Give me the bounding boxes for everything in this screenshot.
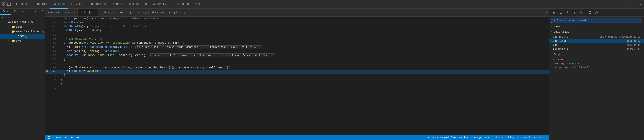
info-icon: i: [554, 19, 555, 22]
tab-performance[interactable]: Performance: [86, 0, 110, 9]
format-btn[interactable]: ⇄: [543, 9, 549, 17]
code-line-67: 67: [45, 61, 549, 65]
code-line-59: 59 callHook(vm, 'created'): [45, 29, 549, 33]
code-line-64: 64 mark(endTag) endTag = undefined: [45, 49, 549, 53]
status-bar: {} Line 69, Column 10 (source mapped fro…: [45, 135, 549, 140]
tree-item-top[interactable]: ▾ top: [0, 15, 45, 20]
tree-arrow-localhost: ▾: [4, 20, 8, 24]
main-layout: Page Filesystem » ⋮ ▾ top ▾ 🖧 localhost:…: [0, 9, 644, 140]
call-stack-header[interactable]: Call Stack: [550, 29, 644, 34]
watch-section: Watch: [550, 24, 644, 29]
filesystem-tab[interactable]: Filesystem: [11, 9, 32, 15]
code-line-61: 61 /* istanbul ignore if */: [45, 37, 549, 41]
tab-lighthouse[interactable]: Lighthouse: [169, 0, 192, 9]
folder-icon-dist: 📁: [12, 25, 15, 29]
tree-arrow-src: ▸: [8, 39, 12, 43]
scope-arrow: [551, 53, 552, 56]
source-tab-4[interactable]: index.js: [117, 9, 136, 17]
tree-arrow-examples: ▾: [8, 30, 12, 33]
tab-sources[interactable]: Sources: [50, 0, 68, 9]
code-line-60: 60: [45, 33, 549, 37]
tree-item-dist[interactable]: ▸ 📁 dist: [0, 25, 45, 29]
call-stack-item-2[interactable]: Vue index.js:14: [550, 43, 644, 47]
source-tab-3[interactable]: index.js: [98, 9, 117, 17]
top-nav: Elements Console Sources Network Perform…: [0, 0, 644, 9]
call-stack-item-1[interactable]: Vue._init init.js:69: [550, 39, 644, 43]
call-stack-section: Call Stack Vue.$mount entry-runtime-w…co…: [550, 29, 644, 52]
close-tab-init[interactable]: ✕: [93, 11, 95, 14]
code-line-68: 68 if (vm.$options.el) { vm = Vue {_uid:…: [45, 65, 549, 69]
nav-right-icons: ⚙ ⋮ ✕: [626, 2, 643, 7]
scope-local: Local endTag : undefined ▸ options : {el…: [550, 57, 644, 70]
tree-item-localhost[interactable]: ▾ 🖧 localhost:5000: [0, 20, 45, 25]
devtools-icon[interactable]: [1, 2, 6, 7]
filetree-menu-btn[interactable]: ⋮: [38, 9, 45, 15]
step-btn[interactable]: [578, 10, 584, 15]
code-line-70: 70 }: [45, 74, 549, 78]
more-tabs-btn[interactable]: »: [32, 9, 38, 15]
pause-exceptions-btn[interactable]: [594, 10, 600, 15]
scope-header[interactable]: Scope: [550, 52, 644, 57]
right-panel: ▶: [549, 9, 644, 140]
svg-rect-0: [2, 3, 4, 4]
code-line-66: 66 }: [45, 57, 549, 61]
code-line-56: 56 initInjections(vm) // resolve injecti…: [45, 17, 549, 21]
file-tree-tabs: Page Filesystem » ⋮: [0, 9, 45, 15]
tree-item-src[interactable]: ▸ 📁 src: [0, 38, 45, 43]
svg-line-12: [589, 12, 591, 13]
deactivate-breakpoints-btn[interactable]: [587, 10, 593, 15]
svg-rect-1: [4, 3, 5, 4]
url-info: https://blog.csdn.net/hhb5/7486722: [496, 136, 547, 139]
source-tabs: (index) vue.js init.js ✕ index.js index.…: [45, 9, 549, 17]
svg-point-15: [596, 13, 597, 14]
code-line-58: 58 initProvide(vm) // resolve provide af…: [45, 25, 549, 29]
step-over-btn[interactable]: [558, 10, 564, 15]
settings-icon[interactable]: ⚙: [626, 2, 631, 7]
tab-application[interactable]: Application: [126, 0, 150, 9]
call-stack-item-3[interactable]: (anonymous) (index):15: [550, 47, 644, 51]
scope-local-label: Local: [550, 58, 644, 62]
tree-arrow-dist: ▸: [8, 25, 12, 29]
source-tab-0[interactable]: (index): [45, 9, 62, 17]
code-editor[interactable]: 56 initInjections(vm) // resolve injecti…: [45, 17, 549, 135]
call-stack-items: Vue.$mount entry-runtime-w…compiler.js:2…: [550, 34, 644, 52]
source-tab-1[interactable]: vue.js: [62, 9, 78, 17]
nav-icons: [1, 2, 11, 7]
tab-security[interactable]: Security: [150, 0, 170, 9]
svg-rect-2: [2, 5, 4, 6]
code-line-69: 69 vm.$mount(vm.$options.el): [45, 69, 549, 74]
tab-console[interactable]: Console: [32, 0, 50, 9]
scope-item-1[interactable]: ▸ options : {el: "#app",: [550, 65, 644, 69]
tree-item-examples[interactable]: ▾ 📁 examples/02-debug: [0, 29, 45, 34]
paused-banner: i Paused on breakpoint: [551, 18, 642, 23]
code-line-62: 62 if (process.env.NODE_ENV !== 'product…: [45, 41, 549, 45]
tab-vue[interactable]: Vue: [192, 0, 203, 9]
file-tree: Page Filesystem » ⋮ ▾ top ▾ 🖧 localhost:…: [0, 9, 45, 140]
source-area: (index) vue.js init.js ✕ index.js index.…: [45, 9, 549, 140]
call-stack-item-0[interactable]: Vue.$mount entry-runtime-w…compiler.js:2…: [550, 35, 644, 39]
resume-btn[interactable]: ▶: [551, 10, 557, 15]
source-tab-init[interactable]: init.js ✕: [78, 9, 98, 17]
cursor-position: {} Line 69, Column 10: [48, 136, 79, 139]
tab-memory[interactable]: Memory: [110, 0, 126, 9]
svg-rect-4: [8, 3, 10, 6]
tab-network[interactable]: Network: [68, 0, 85, 9]
source-tab-5[interactable]: entry-runtime-with-compiler.js: [136, 9, 190, 17]
dock-icon[interactable]: [7, 2, 11, 7]
page-tab[interactable]: Page: [0, 9, 11, 15]
tree-arrow-top: ▾: [2, 16, 6, 19]
close-icon[interactable]: ✕: [638, 2, 643, 7]
scope-item-0: endTag : undefined: [550, 62, 644, 65]
source-map-info: (source mapped from vue.js) Coverage: n/…: [428, 136, 489, 139]
svg-rect-3: [4, 5, 5, 6]
watch-header[interactable]: Watch: [550, 24, 644, 29]
step-into-btn[interactable]: [565, 10, 570, 15]
step-out-btn[interactable]: [572, 10, 578, 15]
tree-item-index[interactable]: (index): [0, 34, 45, 38]
code-line-72: 72 }: [45, 82, 549, 86]
tab-elements[interactable]: Elements: [13, 0, 32, 9]
breakpoint-dot-69: [46, 70, 48, 73]
folder-icon-src: 📁: [12, 39, 15, 43]
scope-section: Scope Local endTag : undefined ▸ options…: [550, 52, 644, 71]
more-icon[interactable]: ⋮: [632, 2, 637, 7]
